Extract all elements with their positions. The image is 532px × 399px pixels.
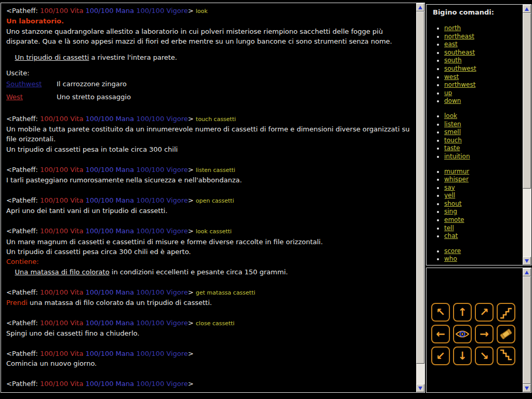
object-link[interactable]: Un tripudio di cassetti: [15, 54, 89, 61]
scroll-button[interactable]: [497, 325, 515, 343]
log-gap: [6, 47, 413, 52]
exit-link[interactable]: Southwest: [6, 79, 57, 89]
command-link-west[interactable]: west: [444, 73, 459, 81]
command-link-chat[interactable]: chat: [444, 232, 458, 240]
scroll-up-button[interactable]: [523, 268, 531, 276]
prompt-line: <Patheff: 100/100 Vita 100/100 Mana 100/…: [6, 349, 413, 358]
scroll-thumb[interactable]: [416, 11, 424, 364]
arrow-west-icon: ←: [436, 329, 445, 340]
command-link-shout[interactable]: shout: [444, 200, 462, 207]
command-link-east[interactable]: east: [444, 41, 458, 48]
echoed-command: touch cassetti: [196, 116, 236, 123]
log-line: Uscite:: [6, 68, 413, 78]
southeast-button[interactable]: ↘: [475, 347, 494, 365]
log-line: Una matassa di filo colorato in condizio…: [6, 267, 413, 277]
object-link[interactable]: Una matassa di filo colorato: [15, 268, 110, 276]
prompt-suffix: >: [188, 166, 196, 174]
scroll-thumb[interactable]: [523, 13, 531, 189]
log-line: Uno stanzone quadrangolare allestito a l…: [6, 26, 413, 47]
game-output-panel: <Patheff: 100/100 Vita 100/100 Mana 100/…: [1, 3, 425, 393]
stairs-up-button[interactable]: [497, 303, 515, 322]
command-link-whisper[interactable]: whisper: [444, 176, 469, 183]
west-button[interactable]: ←: [431, 325, 450, 343]
command-link-down[interactable]: down: [444, 97, 461, 104]
north-button[interactable]: ↑: [453, 303, 472, 322]
arrow-northwest-icon: ↖: [436, 307, 445, 318]
vita-stat: 100/100 Vita: [40, 380, 83, 388]
echoed-command: look: [196, 8, 208, 15]
command-item: look: [444, 112, 523, 121]
echoed-command: get matassa cassetti: [196, 289, 255, 296]
commands-scrollbar[interactable]: [523, 5, 531, 265]
mud-client-page: { "palette": { "background": "#000000", …: [0, 0, 532, 399]
command-link-murmur[interactable]: murmur: [444, 168, 469, 175]
southwest-button[interactable]: ↙: [431, 347, 450, 365]
command-link-yell[interactable]: yell: [444, 192, 455, 199]
command-item: tell: [444, 224, 523, 233]
log-line: Apri uno dei tanti vani di un tripudio d…: [6, 206, 413, 216]
scroll-thumb[interactable]: [523, 276, 531, 384]
command-link-emote[interactable]: emote: [444, 216, 464, 223]
command-item: east: [444, 41, 523, 49]
vita-stat: 100/100 Vita: [40, 288, 83, 296]
echoed-command: open cassetti: [196, 197, 234, 204]
exit-description: Uno stretto passaggio: [57, 93, 131, 101]
scroll-down-button[interactable]: [523, 384, 531, 392]
scroll-up-button[interactable]: [523, 5, 531, 13]
south-button[interactable]: ↓: [453, 347, 472, 365]
command-link-score[interactable]: score: [444, 247, 461, 255]
log-line: WestUno stretto passaggio: [6, 91, 413, 103]
arrow-down-icon: [525, 259, 529, 263]
command-link-say[interactable]: say: [444, 184, 455, 191]
command-link-intuition[interactable]: intuition: [444, 153, 470, 160]
stairs-down-button[interactable]: [497, 347, 515, 365]
prompt-prefix: <Patheff:: [6, 166, 40, 174]
log-blank-line: [6, 154, 413, 164]
scroll-up-button[interactable]: [416, 3, 424, 11]
arrow-northeast-icon: ↗: [480, 307, 489, 318]
command-link-smell[interactable]: smell: [444, 128, 461, 136]
echoed-command: listen cassetti: [196, 167, 235, 174]
scroll-down-button[interactable]: [416, 384, 424, 392]
command-link-who[interactable]: who: [444, 255, 457, 262]
command-link-southeast[interactable]: southeast: [444, 49, 475, 56]
command-link-southwest[interactable]: southwest: [444, 65, 476, 72]
command-item: say: [444, 184, 523, 192]
vita-stat: 100/100 Vita: [40, 166, 83, 174]
command-link-up[interactable]: up: [444, 89, 452, 97]
northwest-button[interactable]: ↖: [431, 303, 450, 322]
east-button[interactable]: →: [475, 325, 494, 343]
log-text: a rivestire l'intera parete.: [89, 54, 177, 61]
mana-stat: 100/100 Mana: [85, 350, 134, 357]
northeast-button[interactable]: ↗: [475, 303, 494, 322]
command-link-northeast[interactable]: northeast: [444, 33, 474, 40]
vigore-stat: 100/100 Vigore: [136, 7, 188, 15]
command-link-south[interactable]: south: [444, 57, 462, 64]
command-link-northwest[interactable]: northwest: [444, 81, 475, 88]
stairs-up-icon: [499, 305, 513, 319]
command-groups: northnortheasteastsoutheastsouthsouthwes…: [433, 24, 523, 263]
command-link-look[interactable]: look: [444, 112, 457, 119]
prompt-line: <Patheff: 100/100 Vita 100/100 Mana 100/…: [6, 226, 413, 236]
command-link-north[interactable]: north: [444, 24, 461, 32]
command-item: west: [444, 73, 523, 82]
scroll-down-button[interactable]: [523, 257, 531, 265]
log-line: Spingi uno dei cassetti fino a chiuderlo…: [6, 328, 413, 338]
command-link-listen[interactable]: listen: [444, 121, 461, 128]
main-scrollbar[interactable]: [416, 3, 424, 392]
command-link-sing[interactable]: sing: [444, 208, 457, 215]
command-link-taste[interactable]: taste: [444, 144, 460, 152]
command-item: whisper: [444, 176, 523, 184]
prompt-suffix: >: [188, 227, 196, 235]
navigation-scrollbar[interactable]: [523, 268, 531, 392]
prompt-prefix: <Patheff:: [6, 7, 40, 15]
command-link-touch[interactable]: touch: [444, 137, 462, 144]
vigore-stat: 100/100 Vigore: [136, 115, 188, 123]
command-link-tell[interactable]: tell: [444, 224, 454, 232]
mana-stat: 100/100 Mana: [85, 288, 134, 296]
log-text: Prendi: [6, 299, 28, 307]
exit-link[interactable]: West: [6, 92, 57, 102]
log-line: I tarli pasteggiano rumorosamente nella …: [6, 175, 413, 185]
arrow-up-icon: [525, 271, 529, 274]
look-button[interactable]: [453, 325, 472, 343]
